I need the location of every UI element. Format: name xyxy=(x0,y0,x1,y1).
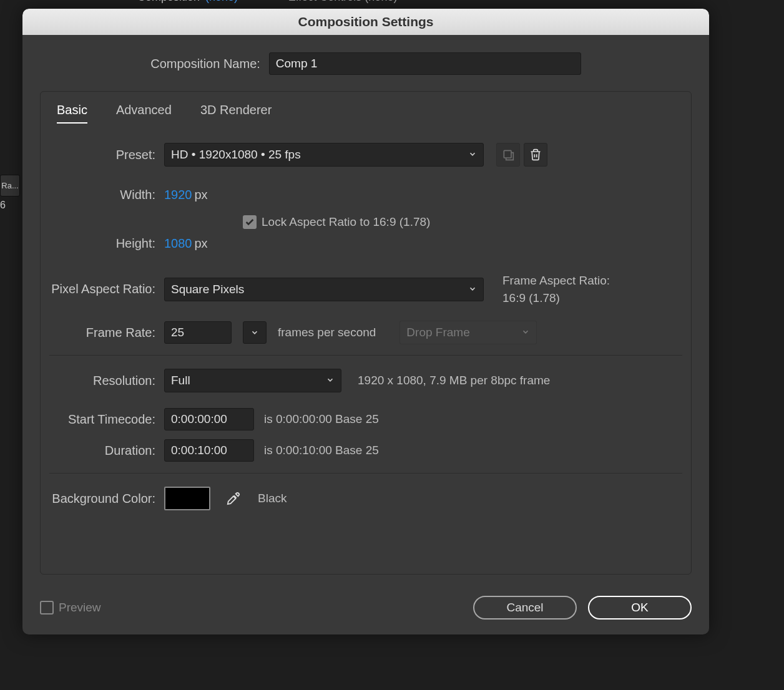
height-value[interactable]: 1080 xyxy=(164,236,192,251)
height-unit: px xyxy=(195,236,208,251)
bg-color-swatch[interactable] xyxy=(164,487,210,510)
frame-aspect-value: 16:9 (1.78) xyxy=(502,289,610,307)
dialog-titlebar: Composition Settings xyxy=(22,9,709,35)
ok-button[interactable]: OK xyxy=(588,596,692,620)
composition-name-input[interactable] xyxy=(269,52,581,75)
preset-label: Preset: xyxy=(49,148,164,162)
frame-rate-label: Frame Rate: xyxy=(49,326,164,340)
background-side-tab: Ra... xyxy=(0,175,20,197)
bg-color-name: Black xyxy=(258,492,287,505)
width-unit: px xyxy=(195,188,208,202)
chevron-down-icon xyxy=(521,326,530,339)
fps-suffix: frames per second xyxy=(278,326,376,339)
duration-input[interactable] xyxy=(164,439,254,462)
resolution-value: Full xyxy=(171,374,190,387)
resolution-label: Resolution: xyxy=(49,374,164,388)
duration-label: Duration: xyxy=(49,444,164,458)
preview-checkbox[interactable] xyxy=(40,601,54,615)
par-value: Square Pixels xyxy=(171,283,244,296)
par-label: Pixel Aspect Ratio: xyxy=(49,282,164,296)
tab-advanced[interactable]: Advanced xyxy=(116,103,172,124)
height-label: Height: xyxy=(49,236,164,251)
chevron-down-icon xyxy=(468,148,477,162)
resolution-dropdown[interactable]: Full xyxy=(164,369,341,392)
svg-rect-0 xyxy=(504,150,511,158)
preview-label: Preview xyxy=(59,601,101,615)
width-label: Width: xyxy=(49,188,164,202)
frame-rate-input[interactable] xyxy=(164,321,232,344)
preset-dropdown[interactable]: HD • 1920x1080 • 25 fps xyxy=(164,143,484,167)
delete-preset-button[interactable] xyxy=(524,143,547,167)
frame-rate-dropdown-button[interactable] xyxy=(243,321,267,344)
preset-value: HD • 1920x1080 • 25 fps xyxy=(171,148,301,162)
drop-frame-dropdown: Drop Frame xyxy=(399,321,537,344)
eyedropper-button[interactable] xyxy=(222,487,245,510)
tab-basic[interactable]: Basic xyxy=(57,103,87,124)
cancel-button[interactable]: Cancel xyxy=(473,596,577,620)
save-preset-button[interactable] xyxy=(496,143,520,167)
width-value[interactable]: 1920 xyxy=(164,188,192,202)
composition-settings-dialog: Composition Settings Composition Name: B… xyxy=(22,9,709,634)
lock-aspect-label: Lock Aspect Ratio to 16:9 (1.78) xyxy=(262,215,430,229)
chevron-down-icon xyxy=(326,374,335,387)
lock-aspect-checkbox[interactable] xyxy=(243,215,257,229)
bg-color-label: Background Color: xyxy=(49,492,164,506)
dialog-title: Composition Settings xyxy=(298,14,434,29)
frame-aspect-label: Frame Aspect Ratio: xyxy=(502,272,610,289)
tab-3d-renderer[interactable]: 3D Renderer xyxy=(200,103,272,124)
start-timecode-label: Start Timecode: xyxy=(49,412,164,427)
background-side-value: 6 xyxy=(0,200,9,218)
start-timecode-info: is 0:00:00:00 Base 25 xyxy=(264,412,379,426)
drop-frame-label: Drop Frame xyxy=(406,326,469,339)
resolution-info: 1920 x 1080, 7.9 MB per 8bpc frame xyxy=(358,374,550,387)
chevron-down-icon xyxy=(468,283,477,296)
composition-name-label: Composition Name: xyxy=(150,57,260,71)
par-dropdown[interactable]: Square Pixels xyxy=(164,278,484,301)
start-timecode-input[interactable] xyxy=(164,408,254,430)
background-panel-text: Composition (none) ≡ Effect Controls (no… xyxy=(137,0,397,4)
duration-info: is 0:00:10:00 Base 25 xyxy=(264,444,379,457)
